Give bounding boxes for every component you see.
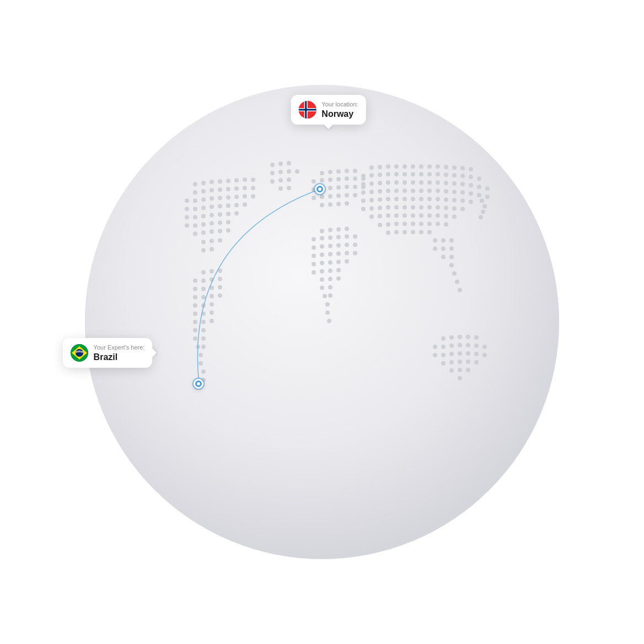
- svg-point-55: [218, 238, 222, 243]
- svg-point-257: [436, 213, 440, 218]
- svg-point-280: [449, 246, 454, 251]
- svg-point-276: [441, 238, 446, 243]
- svg-point-238: [378, 206, 382, 210]
- svg-point-41: [234, 211, 239, 216]
- svg-point-294: [449, 344, 454, 348]
- svg-point-157: [323, 294, 327, 298]
- svg-point-170: [436, 164, 440, 169]
- svg-point-53: [201, 240, 206, 244]
- svg-point-325: [278, 186, 283, 191]
- svg-point-99: [328, 178, 332, 182]
- svg-point-72: [218, 293, 222, 298]
- svg-point-249: [369, 214, 374, 219]
- svg-point-78: [210, 310, 214, 315]
- svg-point-226: [394, 197, 399, 201]
- svg-point-236: [361, 207, 366, 211]
- svg-point-265: [419, 222, 423, 226]
- svg-point-107: [336, 185, 341, 190]
- svg-point-43: [193, 223, 197, 228]
- svg-point-87: [201, 345, 206, 349]
- svg-point-202: [460, 182, 465, 186]
- svg-point-51: [218, 229, 222, 233]
- svg-point-84: [193, 336, 197, 341]
- svg-point-330: [479, 215, 483, 219]
- svg-point-198: [427, 180, 432, 185]
- svg-point-26: [251, 194, 255, 198]
- svg-point-12: [210, 188, 214, 192]
- svg-point-304: [474, 352, 479, 356]
- svg-point-269: [386, 230, 390, 235]
- svg-point-225: [386, 197, 390, 201]
- svg-point-58: [201, 270, 206, 275]
- svg-point-253: [402, 213, 407, 218]
- svg-point-46: [218, 221, 222, 225]
- svg-point-295: [458, 343, 462, 347]
- svg-point-64: [218, 277, 222, 281]
- svg-point-101: [345, 176, 349, 181]
- svg-point-210: [394, 189, 399, 193]
- svg-point-80: [201, 320, 206, 324]
- svg-point-222: [361, 198, 366, 203]
- svg-point-201: [452, 181, 457, 186]
- svg-point-147: [345, 259, 349, 264]
- svg-point-23: [226, 195, 230, 200]
- svg-point-126: [320, 236, 324, 240]
- svg-point-243: [419, 205, 423, 210]
- svg-point-180: [402, 172, 407, 176]
- svg-point-33: [234, 203, 239, 207]
- svg-point-83: [201, 328, 206, 332]
- svg-point-177: [378, 173, 382, 177]
- svg-point-29: [201, 206, 206, 210]
- svg-rect-342: [305, 101, 307, 119]
- svg-point-244: [427, 205, 432, 210]
- svg-point-270: [394, 230, 399, 234]
- svg-point-108: [345, 185, 349, 189]
- svg-point-148: [312, 270, 316, 275]
- svg-point-234: [460, 198, 465, 203]
- svg-point-279: [441, 246, 446, 251]
- svg-point-288: [449, 335, 454, 340]
- svg-point-67: [210, 286, 214, 290]
- svg-point-11: [201, 189, 206, 194]
- svg-point-134: [336, 243, 341, 248]
- svg-point-122: [328, 228, 332, 232]
- svg-point-132: [320, 244, 324, 249]
- svg-point-45: [210, 221, 214, 226]
- svg-point-97: [312, 179, 316, 184]
- svg-point-268: [444, 222, 448, 227]
- norway-country: Norway: [321, 109, 358, 119]
- svg-point-168: [419, 164, 423, 169]
- svg-point-315: [270, 163, 275, 167]
- svg-point-318: [270, 171, 275, 175]
- svg-point-275: [433, 238, 437, 243]
- brazil-label: Your Expert's here:: [94, 344, 145, 351]
- svg-point-90: [201, 369, 206, 374]
- svg-point-286: [458, 288, 462, 292]
- brazil-location-dot: [194, 379, 203, 389]
- svg-point-117: [320, 203, 324, 207]
- svg-point-142: [353, 251, 357, 255]
- svg-point-263: [402, 222, 407, 226]
- svg-point-150: [328, 269, 332, 273]
- svg-point-256: [427, 213, 432, 218]
- svg-point-3: [201, 181, 206, 185]
- globe-sphere: [85, 85, 559, 559]
- svg-point-227: [402, 197, 407, 201]
- svg-point-246: [444, 206, 448, 210]
- svg-point-218: [460, 190, 465, 195]
- svg-point-36: [193, 215, 197, 219]
- svg-point-326: [287, 186, 291, 190]
- svg-point-316: [278, 162, 283, 166]
- svg-point-306: [441, 361, 446, 366]
- svg-point-47: [226, 220, 230, 224]
- svg-point-189: [477, 176, 481, 181]
- svg-point-277: [449, 238, 454, 243]
- svg-point-31: [218, 204, 222, 208]
- svg-point-18: [185, 198, 189, 203]
- svg-point-76: [193, 312, 197, 316]
- svg-point-116: [353, 193, 357, 197]
- svg-point-160: [325, 310, 330, 315]
- svg-point-113: [328, 194, 332, 198]
- svg-point-191: [369, 181, 374, 186]
- svg-point-137: [312, 254, 316, 258]
